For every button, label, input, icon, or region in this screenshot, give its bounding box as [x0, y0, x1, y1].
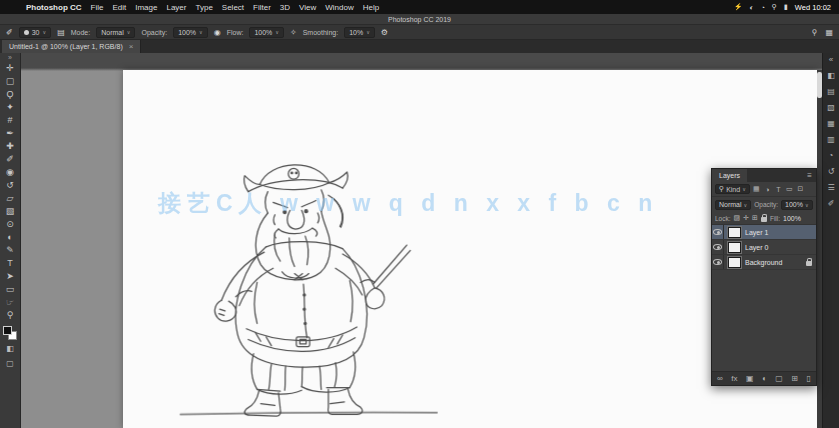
- tool-eyedropper[interactable]: ✒: [1, 127, 20, 140]
- blend-mode-dropdown[interactable]: Normal ∨: [96, 27, 135, 38]
- tool-lasso[interactable]: Ϙ: [1, 88, 20, 101]
- chevron-down-icon: ∨: [199, 29, 203, 35]
- filter-smart-objects-icon[interactable]: ⊡: [796, 185, 805, 193]
- tool-quick-selection[interactable]: ✦: [1, 101, 20, 114]
- layer-thumbnail[interactable]: [728, 242, 741, 253]
- tool-marquee[interactable]: ▢: [1, 75, 20, 88]
- tool-type[interactable]: T: [1, 257, 20, 270]
- panel-menu-icon[interactable]: ≡: [803, 171, 816, 180]
- layer-group-icon[interactable]: ▢: [775, 374, 783, 383]
- layer-style-icon[interactable]: fx: [731, 374, 737, 383]
- workspace-switcher-icon[interactable]: ▦: [825, 28, 833, 37]
- layer-row-layer-1[interactable]: Layer 1: [712, 225, 816, 240]
- layer-mask-icon[interactable]: ▣: [746, 374, 754, 383]
- tool-clone-stamp[interactable]: ◉: [1, 166, 20, 179]
- menubar-clock[interactable]: Wed 10:02: [795, 3, 831, 12]
- menu-edit[interactable]: Edit: [112, 3, 126, 12]
- flow-dropdown[interactable]: 100% ∨: [249, 27, 284, 38]
- keyboard-brightness-icon[interactable]: ⚡: [734, 3, 743, 11]
- layer-blend-mode-select[interactable]: Normal ∨: [715, 200, 751, 210]
- menu-type[interactable]: Type: [195, 3, 212, 12]
- visibility-toggle[interactable]: [712, 225, 724, 239]
- tool-gradient[interactable]: ▧: [1, 205, 20, 218]
- foreground-color-swatch[interactable]: [3, 326, 12, 335]
- battery-icon[interactable]: ▮: [784, 3, 788, 11]
- layer-opacity-select[interactable]: 100% ∨: [781, 200, 813, 210]
- tool-move[interactable]: ✛: [1, 62, 20, 75]
- smoothing-dropdown[interactable]: 10% ∨: [344, 27, 375, 38]
- tab-layers[interactable]: Layers: [712, 169, 747, 182]
- menu-filter[interactable]: Filter: [253, 3, 271, 12]
- opacity-dropdown[interactable]: 100% ∨: [173, 27, 208, 38]
- smoothing-options-gear-icon[interactable]: ⚙: [381, 28, 388, 37]
- active-tool-icon[interactable]: ✐: [6, 28, 13, 37]
- lock-artboard-icon[interactable]: ⊞: [752, 214, 758, 222]
- quick-mask-icon[interactable]: ◧: [1, 343, 20, 355]
- menu-window[interactable]: Window: [325, 3, 353, 12]
- menu-file[interactable]: File: [91, 3, 104, 12]
- brush-preset-picker[interactable]: 30 ∨: [19, 27, 51, 38]
- wifi-icon[interactable]: ◔: [761, 4, 765, 11]
- color-swatches-widget[interactable]: [3, 326, 17, 340]
- layer-thumbnail[interactable]: [728, 227, 741, 238]
- screen-mode-icon[interactable]: ▢: [1, 358, 20, 370]
- adjustment-layer-icon[interactable]: ◐: [762, 374, 767, 383]
- menu-3d[interactable]: 3D: [280, 3, 290, 12]
- layer-row-layer-0[interactable]: Layer 0: [712, 240, 816, 255]
- tool-pen[interactable]: ✎: [1, 244, 20, 257]
- fill-value[interactable]: 100%: [783, 215, 801, 222]
- new-layer-icon[interactable]: ⊞: [791, 374, 798, 383]
- adjustments-panel-icon[interactable]: ◔: [824, 151, 839, 161]
- brushes-panel-icon[interactable]: ✐: [824, 199, 839, 209]
- lock-all-icon[interactable]: [761, 217, 767, 222]
- pressure-opacity-icon[interactable]: ◉: [214, 28, 221, 37]
- panel-dock: « ◧ ▤ ▧ ▦ ▥ ◔ ↺ ☰ ✐: [822, 53, 839, 428]
- tool-dodge[interactable]: ◐: [1, 231, 20, 244]
- tool-brush[interactable]: ✐: [1, 153, 20, 166]
- display-icon[interactable]: ◐: [749, 4, 753, 11]
- toolbar-collapse-icon[interactable]: »: [8, 54, 12, 62]
- collapse-panels-icon[interactable]: «: [824, 55, 839, 65]
- spotlight-icon[interactable]: ⚲: [772, 3, 777, 11]
- visibility-toggle[interactable]: [712, 240, 724, 254]
- menu-help[interactable]: Help: [363, 3, 379, 12]
- layer-thumbnail[interactable]: [728, 257, 741, 268]
- delete-layer-icon[interactable]: ▯: [807, 374, 811, 383]
- libraries-panel-icon[interactable]: ▥: [824, 135, 839, 145]
- brush-settings-icon[interactable]: ▤: [57, 28, 65, 37]
- filter-kind-dropdown[interactable]: ⚲ Kind ∨: [715, 184, 750, 194]
- tool-path-selection[interactable]: ➤: [1, 270, 20, 283]
- filter-pixel-layers-icon[interactable]: ▦: [752, 185, 761, 193]
- search-icon[interactable]: ⚲: [812, 28, 818, 37]
- document-tab[interactable]: Untitled-1 @ 100% (Layer 1, RGB/8) ×: [2, 40, 141, 53]
- tool-blur[interactable]: ⊙: [1, 218, 20, 231]
- menu-view[interactable]: View: [299, 3, 316, 12]
- tool-hand[interactable]: ☞: [1, 296, 20, 309]
- tool-eraser[interactable]: ▱: [1, 192, 20, 205]
- tool-zoom[interactable]: ⚲: [1, 309, 20, 322]
- layer-row-background[interactable]: Background: [712, 255, 816, 270]
- menu-app-name[interactable]: Photoshop CC: [26, 3, 82, 12]
- menu-layer[interactable]: Layer: [166, 3, 186, 12]
- airbrush-icon[interactable]: ✧: [290, 28, 297, 37]
- history-panel-icon[interactable]: ↺: [824, 167, 839, 177]
- filter-adjustment-layers-icon[interactable]: ◑: [763, 186, 772, 193]
- color-panel-icon[interactable]: ◧: [824, 71, 839, 81]
- filter-type-layers-icon[interactable]: T: [774, 186, 783, 193]
- swatches-panel-icon[interactable]: ▤: [824, 87, 839, 97]
- tool-crop[interactable]: #: [1, 114, 20, 127]
- filter-shape-layers-icon[interactable]: ▭: [785, 185, 794, 193]
- properties-panel-icon[interactable]: ☰: [824, 183, 839, 193]
- gradients-panel-icon[interactable]: ▧: [824, 103, 839, 113]
- lock-transparent-icon[interactable]: ▨: [734, 214, 741, 222]
- lock-position-icon[interactable]: ✛: [743, 214, 749, 222]
- visibility-toggle[interactable]: [712, 255, 724, 269]
- menu-image[interactable]: Image: [135, 3, 157, 12]
- menu-select[interactable]: Select: [222, 3, 244, 12]
- patterns-panel-icon[interactable]: ▦: [824, 119, 839, 129]
- tool-history-brush[interactable]: ↺: [1, 179, 20, 192]
- tool-healing-brush[interactable]: ✚: [1, 140, 20, 153]
- tool-shape[interactable]: ▭: [1, 283, 20, 296]
- link-layers-icon[interactable]: ∞: [717, 374, 723, 383]
- close-tab-icon[interactable]: ×: [129, 42, 134, 51]
